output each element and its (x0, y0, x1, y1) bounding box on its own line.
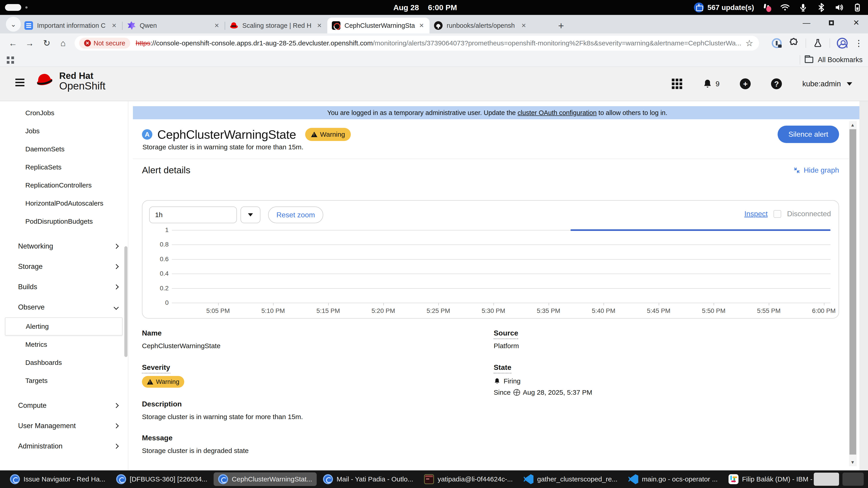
system-clock[interactable]: Aug 28 6:00 PM (393, 0, 457, 15)
tab-close-icon[interactable]: ✕ (110, 22, 118, 29)
sidebar-item-alerting[interactable]: Alerting (5, 318, 123, 335)
sidebar-item-metrics[interactable]: Metrics (0, 335, 128, 354)
sidebar-item-targets[interactable]: Targets (0, 372, 128, 390)
taskbar-window-2[interactable]: [DFBUGS-360] [226034... (112, 473, 212, 486)
browser-tab-5[interactable]: runbooks/alerts/opensh✕ (430, 18, 532, 33)
maximize-button[interactable] (827, 18, 836, 27)
browser-tab-3[interactable]: Scaling storage | Red H✕ (225, 18, 327, 33)
content-scrollbar-thumb[interactable] (849, 129, 856, 455)
sidebar-item-dashboards[interactable]: Dashboards (0, 354, 128, 372)
tab-close-icon[interactable]: ✕ (418, 22, 426, 29)
hide-graph-link[interactable]: Hide graph (793, 166, 839, 174)
wifi-icon (780, 3, 790, 12)
password-manager-icon[interactable] (772, 38, 782, 48)
browser-tab-2[interactable]: Qwen✕ (123, 18, 225, 33)
taskbar-window-title: Issue Navigator - Red Ha... (24, 475, 105, 483)
extensions-puzzle-icon[interactable] (788, 38, 799, 48)
sidebar-item-jobs[interactable]: Jobs (0, 122, 128, 140)
x-axis-tick (824, 303, 825, 305)
tab-close-icon[interactable]: ✕ (213, 22, 221, 29)
sidebar-item-networking[interactable]: Networking (0, 236, 128, 256)
chevron-down-icon (248, 213, 253, 217)
bookmark-star-icon[interactable]: ☆ (745, 38, 753, 48)
taskbar-window-3[interactable]: CephClusterWarningStat... (214, 473, 317, 486)
close-button[interactable]: ✕ (851, 18, 861, 27)
inspect-link[interactable]: Inspect (744, 210, 768, 218)
taskbar-window-5[interactable]: yatipadia@li-0f44624c-... (420, 473, 517, 486)
reset-zoom-button[interactable]: Reset zoom (268, 206, 323, 223)
hamburger-menu-icon[interactable] (16, 78, 24, 80)
line-chart[interactable]: 00.20.40.60.815:05 PM5:10 PM5:15 PM5:20 … (172, 230, 831, 303)
updates-indicator[interactable]: 567 update(s) (694, 2, 754, 12)
x-axis-tick-label: 6:00 PM (812, 307, 836, 315)
sidebar-item-replicasets[interactable]: ReplicaSets (0, 158, 128, 176)
state-label: State (494, 363, 511, 372)
sidebar-item-observe[interactable]: Observe (0, 297, 128, 318)
duration-input[interactable] (149, 206, 237, 223)
taskbar-window-6[interactable]: gather_clusterscoped_re... (519, 473, 622, 486)
profile-avatar-icon[interactable] (837, 38, 848, 48)
browser-tab-1[interactable]: Important information C✕ (20, 18, 122, 33)
activities-pill[interactable] (5, 4, 21, 11)
browser-tab-4[interactable]: CephClusterWarningSta✕ (327, 18, 430, 33)
updates-count: 567 update(s) (708, 3, 754, 12)
address-bar[interactable]: ✕ Not secure https://console-openshift-c… (74, 36, 759, 51)
taskbar-window-7[interactable]: main.go - ocs-operator ... (624, 473, 722, 486)
x-axis-tick (714, 303, 714, 305)
taskbar-window-1[interactable]: Issue Navigator - Red Ha... (5, 473, 110, 486)
chrome-labs-flask-icon[interactable] (813, 38, 823, 48)
silence-alert-button[interactable]: Silence alert (778, 126, 839, 143)
content-scrollbar-track[interactable]: ▲ ▼ (849, 121, 857, 466)
sidebar-item-label: Targets (25, 377, 48, 385)
notifications-button[interactable]: 9 (703, 79, 720, 89)
sidebar-item-administration[interactable]: Administration (0, 436, 128, 456)
import-plus-icon[interactable]: + (740, 78, 751, 89)
duration-dropdown-button[interactable] (241, 206, 260, 223)
sidebar-item-label: Metrics (25, 341, 47, 348)
all-bookmarks[interactable]: All Bookmarks (800, 53, 863, 67)
url-text[interactable]: https://console-openshift-console.apps.d… (135, 39, 743, 47)
sidebar-item-poddisruptionbudgets[interactable]: PodDisruptionBudgets (0, 213, 128, 230)
scroll-down-arrow[interactable]: ▼ (850, 460, 855, 465)
timezone-globe-icon[interactable] (513, 389, 520, 396)
sidebar-item-user-management[interactable]: User Management (0, 416, 128, 436)
main-content: You are logged in as a temporary adminis… (128, 101, 868, 470)
tab-search-button[interactable]: ⌄ (6, 17, 21, 32)
reload-button[interactable]: ↻ (40, 37, 53, 50)
tab-close-icon[interactable]: ✕ (315, 22, 323, 29)
sidebar-item-compute[interactable]: Compute (0, 395, 128, 416)
page-scrollbar-track[interactable] (860, 101, 868, 470)
taskbar-window-4[interactable]: Mail - Yati Padia - Outlo... (318, 473, 418, 486)
oauth-config-link[interactable]: cluster OAuth configuration (518, 109, 597, 116)
back-button[interactable]: ← (6, 37, 20, 50)
sidebar-item-daemonsets[interactable]: DaemonSets (0, 140, 128, 158)
tab-close-icon[interactable]: ✕ (520, 22, 528, 29)
sidebar-item-storage[interactable]: Storage (0, 256, 128, 277)
apps-grid-icon[interactable] (7, 57, 14, 64)
forward-button[interactable]: → (23, 37, 36, 50)
brand-logo[interactable]: Red Hat OpenShift (34, 71, 105, 92)
sidebar-item-label: Dashboards (25, 359, 62, 366)
disconnected-checkbox[interactable] (774, 210, 781, 218)
show-desktop-button[interactable] (814, 473, 839, 486)
vscode-icon (524, 474, 533, 484)
sidebar-item-replicationcontrollers[interactable]: ReplicationControllers (0, 176, 128, 194)
sidebar-item-horizontalpodautoscalers[interactable]: HorizontalPodAutoscalers (0, 194, 128, 213)
browser-menu-icon[interactable]: ⋮ (855, 38, 863, 48)
help-icon[interactable]: ? (771, 78, 782, 89)
sidebar-item-builds[interactable]: Builds (0, 277, 128, 297)
slack-tray-icon[interactable] (763, 3, 772, 12)
home-button[interactable]: ⌂ (57, 37, 70, 50)
description-label: Description (142, 400, 182, 408)
not-secure-chip[interactable]: ✕ Not secure (79, 38, 130, 48)
sidebar-scrollbar[interactable] (124, 246, 127, 357)
app-launcher-icon[interactable] (672, 78, 682, 89)
scroll-up-arrow[interactable]: ▲ (850, 123, 855, 128)
workspace-dot (25, 6, 28, 8)
sidebar-item-cronjobs[interactable]: CronJobs (0, 104, 128, 122)
new-tab-button[interactable]: + (554, 19, 568, 33)
user-menu[interactable]: kube:admin (802, 79, 852, 88)
minimize-button[interactable]: — (802, 18, 811, 27)
taskbar-window-8[interactable]: Filip Balák (DM) - IBM - ... (724, 473, 825, 486)
system-tray[interactable]: 567 update(s) (694, 0, 862, 15)
